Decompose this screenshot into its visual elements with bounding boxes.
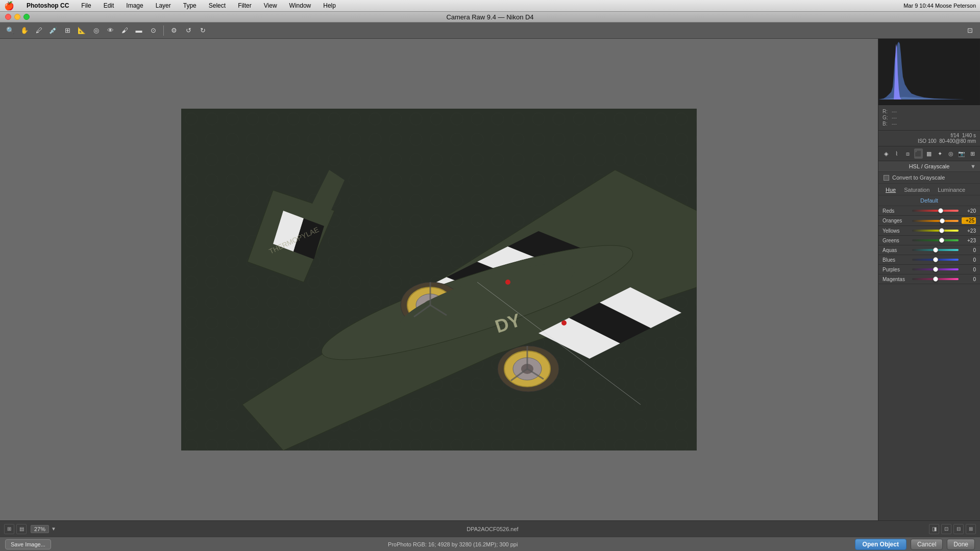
color-sampler-tool[interactable]: 💉 (47, 24, 59, 37)
tab-hue[interactable]: Hue (884, 186, 898, 193)
menu-layer[interactable]: Layer (154, 2, 173, 9)
camera-calibration-icon[interactable]: 📷 (958, 148, 966, 159)
split-toning-icon[interactable]: ▦ (925, 148, 934, 159)
yellows-slider-row: Yellows +23 (878, 226, 980, 236)
grid-view-icon[interactable]: ⊞ (4, 524, 14, 534)
svg-point-25 (505, 280, 510, 285)
compare-icon[interactable]: ◨ (929, 524, 939, 534)
menu-photoshop[interactable]: Photoshop CC (24, 2, 71, 9)
lens-corrections-icon[interactable]: ✦ (936, 148, 944, 159)
filmstrip-icon[interactable]: ▤ (16, 524, 27, 534)
reds-value: +20 (962, 208, 976, 214)
rotate-right-btn[interactable]: ↻ (197, 24, 209, 37)
greens-thumb[interactable] (939, 238, 944, 243)
airplane-image: DY THERMOPYLAE (181, 109, 697, 450)
hsl-panel: HSL / Grayscale ▼ Convert to Grayscale H… (878, 161, 980, 520)
magentas-track-container[interactable] (912, 276, 959, 282)
menu-view[interactable]: View (262, 2, 279, 9)
menu-date-time: Mar 9 10:44 Moose Peterson (903, 3, 976, 9)
grayscale-label: Convert to Grayscale (892, 174, 945, 181)
straighten-tool[interactable]: 📐 (76, 24, 88, 37)
minimize-button[interactable] (14, 14, 20, 20)
preferences-btn[interactable]: ⚙ (168, 24, 180, 37)
toggle-icon[interactable]: ⊡ (941, 524, 951, 534)
canvas-area[interactable]: DY THERMOPYLAE (0, 39, 878, 520)
blues-track-container[interactable] (912, 257, 959, 263)
radial-filter[interactable]: ⊙ (147, 24, 159, 37)
info-icon[interactable]: ⊞ (966, 524, 976, 534)
rotate-left-btn[interactable]: ↺ (182, 24, 194, 37)
greens-track-container[interactable] (912, 237, 959, 243)
toolbar: 🔍 ✋ 🖊 💉 ⊞ 📐 ◎ 👁 🖌 ▬ ⊙ ⚙ ↺ ↻ ⊡ (0, 22, 980, 39)
panel-collapse-arrow[interactable]: ▼ (970, 163, 976, 169)
purples-slider-row: Purples 0 (878, 265, 980, 274)
graduated-filter[interactable]: ▬ (133, 24, 145, 37)
aquas-slider-row: Aquas 0 (878, 245, 980, 255)
menu-edit[interactable]: Edit (102, 2, 116, 9)
reds-track-container[interactable] (912, 208, 959, 214)
default-link[interactable]: Default (878, 195, 980, 206)
aquas-track-container[interactable] (912, 247, 959, 253)
yellows-track (912, 230, 959, 232)
crop-tool[interactable]: ⊞ (61, 24, 74, 37)
close-button[interactable] (5, 14, 11, 20)
settings-icon[interactable]: ⊟ (953, 524, 964, 534)
oranges-track-container[interactable] (912, 218, 959, 224)
tab-saturation[interactable]: Saturation (902, 186, 932, 193)
image-container: DY THERMOPYLAE (181, 109, 697, 450)
menu-select[interactable]: Select (207, 2, 228, 9)
oranges-thumb[interactable] (940, 218, 945, 223)
fullscreen-btn[interactable]: ⊡ (964, 24, 976, 37)
tab-luminance[interactable]: Luminance (936, 186, 967, 193)
purples-track-container[interactable] (912, 266, 959, 272)
redeye-tool[interactable]: 👁 (104, 24, 116, 37)
hsl-title-text: HSL / Grayscale (909, 163, 950, 169)
menu-file[interactable]: File (79, 2, 93, 9)
apple-menu[interactable]: 🍎 (4, 1, 14, 11)
camera-info: f/14 1/40 s ISO 100 80-400@80 mm (878, 131, 980, 146)
maximize-button[interactable] (23, 14, 30, 20)
spot-removal-tool[interactable]: ◎ (90, 24, 102, 37)
aquas-thumb[interactable] (933, 247, 938, 253)
basic-panel-icon[interactable]: ◈ (881, 148, 890, 159)
menu-image[interactable]: Image (124, 2, 145, 9)
adjustment-brush[interactable]: 🖌 (118, 24, 131, 37)
presets-icon[interactable]: ⊞ (968, 148, 977, 159)
menu-type[interactable]: Type (181, 2, 199, 9)
blues-thumb[interactable] (933, 257, 938, 262)
greens-slider-row: Greens +23 (878, 236, 980, 245)
open-object-button[interactable]: Open Object (855, 539, 906, 550)
hsl-icon active[interactable]: ⬛ (914, 148, 923, 159)
yellows-track-container[interactable] (912, 228, 959, 234)
zoom-arrow[interactable]: ▼ (51, 526, 56, 532)
done-button[interactable]: Done (947, 539, 975, 550)
grayscale-checkbox[interactable] (884, 175, 889, 181)
yellows-value: +23 (962, 228, 976, 234)
filename-display: DPA2AOCF0526.nef (60, 526, 925, 532)
purples-thumb[interactable] (933, 267, 938, 272)
oranges-value: +25 (962, 217, 976, 224)
tone-curve-icon[interactable]: ⌇ (892, 148, 901, 159)
detail-icon[interactable]: ⧈ (903, 148, 912, 159)
menu-filter[interactable]: Filter (236, 2, 254, 9)
menu-window[interactable]: Window (287, 2, 313, 9)
lens: 80-400@80 mm (939, 138, 976, 144)
g-value: --- (892, 115, 897, 120)
hand-tool[interactable]: ✋ (18, 24, 31, 37)
zoom-tool[interactable]: 🔍 (4, 24, 16, 37)
greens-label: Greens (883, 238, 909, 243)
cancel-button[interactable]: Cancel (911, 539, 943, 550)
magentas-thumb[interactable] (933, 277, 938, 282)
reds-thumb[interactable] (938, 208, 943, 213)
reds-slider-row: Reds +20 (878, 206, 980, 216)
effects-icon[interactable]: ◎ (946, 148, 955, 159)
save-image-button[interactable]: Save Image... (5, 539, 51, 549)
aperture: f/14 (951, 133, 960, 138)
menu-help[interactable]: Help (321, 2, 338, 9)
white-balance-tool[interactable]: 🖊 (33, 24, 45, 37)
title-bar: Camera Raw 9.4 — Nikon D4 (0, 11, 980, 22)
greens-value: +23 (962, 238, 976, 243)
yellows-thumb[interactable] (939, 228, 944, 233)
menu-bar: 🍎 Photoshop CC File Edit Image Layer Typ… (0, 0, 980, 11)
bottom-right: Open Object Cancel Done (855, 539, 975, 550)
